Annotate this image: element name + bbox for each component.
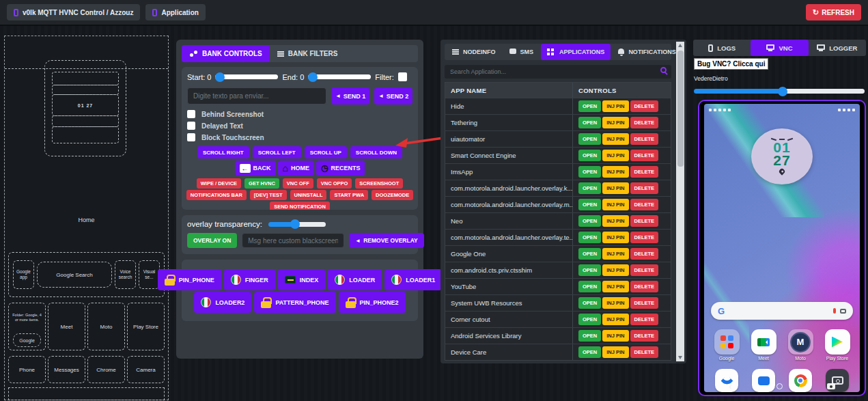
inject-finger-button[interactable]: FINGER — [224, 269, 275, 290]
vnc-slider-thumb[interactable] — [778, 87, 787, 96]
search-application-input[interactable] — [445, 65, 671, 79]
open-button[interactable]: OPEN — [578, 133, 601, 145]
mic-icon[interactable] — [833, 308, 836, 314]
wireframe-voice-search[interactable]: Voice search — [115, 260, 136, 289]
tab-bank-filters[interactable]: BANK FILTERS — [270, 45, 346, 62]
open-button[interactable]: OPEN — [578, 215, 601, 227]
google-search-bar[interactable]: G — [711, 302, 853, 320]
wireframe-google-app[interactable]: Google app — [13, 260, 34, 289]
recents-button[interactable]: ◷ RECENTS — [316, 161, 365, 176]
tab-notifications[interactable]: NOTIFICATIONS — [612, 44, 682, 60]
delete-button[interactable]: DELETE — [630, 281, 659, 292]
start-slider[interactable] — [215, 74, 278, 79]
tab-sms[interactable]: SMS — [503, 44, 540, 60]
wireframe-clock-widget[interactable]: 01 27 — [44, 60, 126, 156]
uninstall-button[interactable]: UNINSTALL — [290, 190, 327, 200]
delete-button[interactable]: DELETE — [630, 215, 659, 227]
home-button[interactable]: ⌂ HOME — [278, 161, 314, 176]
delete-button[interactable]: DELETE — [630, 314, 659, 325]
doozemode-button[interactable]: DOOZEMODE — [372, 190, 413, 200]
refresh-button[interactable]: ↻ REFRESH — [806, 4, 861, 20]
end-slider[interactable] — [308, 74, 371, 79]
inj-pin-button[interactable]: INJ PIN — [602, 330, 628, 342]
checkbox-box[interactable] — [187, 122, 195, 130]
wireframe-app-messages[interactable]: Messages — [48, 356, 85, 383]
delete-button[interactable]: DELETE — [630, 182, 659, 194]
delete-button[interactable]: DELETE — [630, 150, 659, 161]
app-moto[interactable]: M Moto — [783, 329, 817, 361]
inject-pin-phone2-button[interactable]: PIN_PHONE2 — [339, 292, 406, 313]
tab-logger[interactable]: LOGGER — [809, 40, 866, 56]
inj-pin-button[interactable]: INJ PIN — [602, 133, 628, 145]
inj-pin-button[interactable]: INJ PIN — [602, 264, 628, 276]
search-icon[interactable] — [660, 67, 667, 73]
nav-back-icon[interactable]: ‹ — [729, 382, 731, 391]
tab-nodeinfo[interactable]: NODEINFO — [446, 44, 502, 60]
wireframe-box[interactable] — [52, 115, 119, 127]
brand-button[interactable]: v0lk MQTT HVNC Control / Azzouz — [7, 4, 140, 20]
checkbox-delayed-text[interactable]: Delayed Text — [187, 122, 412, 130]
inj-pin-button[interactable]: INJ PIN — [602, 281, 628, 292]
inj-pin-button[interactable]: INJ PIN — [602, 314, 628, 325]
open-button[interactable]: OPEN — [578, 330, 601, 342]
wireframe-app-playstore[interactable]: Play Store — [127, 303, 165, 350]
wireframe-box[interactable] — [52, 126, 119, 143]
open-button[interactable]: OPEN — [578, 264, 601, 276]
open-button[interactable]: OPEN — [578, 281, 601, 292]
tab-applications[interactable]: APPLICATIONS — [541, 44, 611, 60]
clock-widget[interactable]: 01 27 — [751, 128, 813, 184]
wireframe-app-chrome[interactable]: Chrome — [87, 356, 125, 383]
app-google-folder[interactable]: Google — [710, 329, 744, 361]
inj-pin-button[interactable]: INJ PIN — [602, 297, 628, 309]
wireframe-app-meet[interactable]: Meet — [48, 303, 85, 350]
screenshoot-button[interactable]: SCREENSHOOT — [355, 178, 403, 189]
inj-pin-button[interactable]: INJ PIN — [602, 248, 628, 260]
tab-bank-controls[interactable]: BANK CONTROLS — [182, 45, 270, 62]
checkbox-box[interactable] — [187, 133, 195, 141]
wireframe-app-phone[interactable]: Phone — [8, 356, 46, 383]
delete-button[interactable]: DELETE — [630, 133, 659, 145]
inj-pin-button[interactable]: INJ PIN — [602, 117, 628, 128]
tab-logs[interactable]: LOGS — [693, 40, 751, 56]
checkbox-block-touchscreen[interactable]: Block Touchscreen — [187, 133, 412, 141]
inj-pin-button[interactable]: INJ PIN — [602, 166, 628, 178]
scroll-up-button[interactable]: SCROLL UP — [305, 146, 347, 158]
open-button[interactable]: OPEN — [578, 100, 601, 112]
tab-vnc[interactable]: VNC — [751, 40, 808, 56]
overlay-transparency-slider[interactable] — [268, 222, 326, 227]
open-button[interactable]: OPEN — [578, 166, 601, 178]
scroll-up-arrow[interactable] — [676, 42, 684, 49]
wireframe-app-camera[interactable]: Camera — [127, 356, 165, 383]
inject-pin-phone-button[interactable]: PIN_PHONE — [158, 269, 221, 290]
inj-pin-button[interactable]: INJ PIN — [602, 232, 628, 243]
delete-button[interactable]: DELETE — [630, 330, 659, 342]
inj-pin-button[interactable]: INJ PIN — [602, 199, 628, 210]
open-button[interactable]: OPEN — [578, 117, 601, 128]
inject-index-button[interactable]: INDEX — [278, 269, 326, 290]
delete-button[interactable]: DELETE — [630, 199, 659, 210]
inject-pattern-phone-button[interactable]: PATTERN_PHONE — [254, 292, 335, 313]
open-button[interactable]: OPEN — [578, 297, 601, 309]
wireframe-folder-google-button[interactable]: Google — [13, 333, 41, 347]
send2-button[interactable]: ► SEND 2 — [374, 87, 412, 105]
send-text-input[interactable] — [187, 87, 326, 105]
scroll-down-arrow[interactable] — [676, 354, 684, 361]
delete-button[interactable]: DELETE — [630, 166, 659, 178]
application-button[interactable]: Application — [145, 4, 205, 20]
notifications-bar-button[interactable]: NOTIFICATIONS BAR — [186, 190, 247, 200]
send1-button[interactable]: ► SEND 1 — [331, 87, 369, 105]
lens-camera-icon[interactable] — [840, 309, 846, 314]
delete-button[interactable]: DELETE — [630, 297, 659, 309]
get-hvnc-button[interactable]: GET HVNC — [244, 178, 279, 189]
open-button[interactable]: OPEN — [578, 199, 601, 210]
bug-vnc-button[interactable]: Bug VNC? Clicca qui — [694, 58, 768, 70]
wireframe-clock-box[interactable]: 01 27 — [52, 94, 119, 116]
vnc-screen[interactable]: 01 27 G Google Meet M Moto — [704, 104, 860, 392]
delete-button[interactable]: DELETE — [630, 248, 659, 260]
inj-pin-button[interactable]: INJ PIN — [602, 100, 628, 112]
wireframe-google-folder[interactable]: Folder: Google, 4 or more items. Google — [8, 303, 46, 350]
scroll-left-button[interactable]: SCROLL LEFT — [253, 146, 301, 158]
checkbox-box[interactable] — [187, 110, 195, 118]
wipe-device-button[interactable]: WIPE / DEVICE — [197, 178, 241, 189]
delete-button[interactable]: DELETE — [630, 117, 659, 128]
